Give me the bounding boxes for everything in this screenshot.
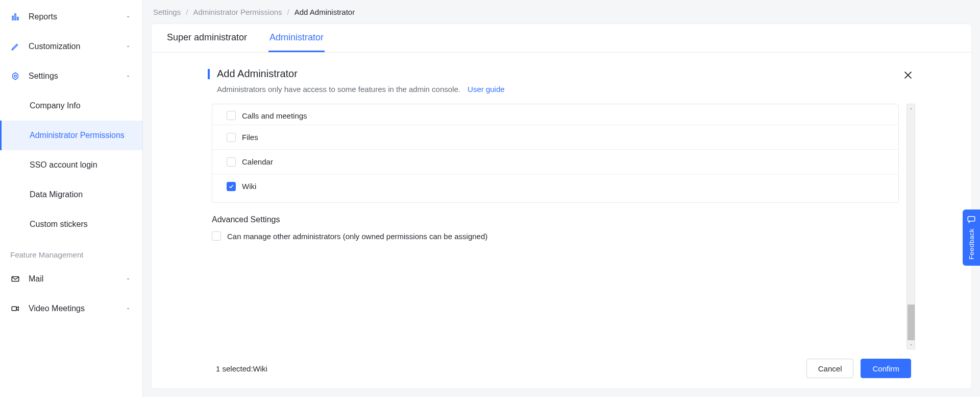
feedback-tab[interactable]: Feedback [963,209,980,266]
scroll-up-arrow[interactable] [907,104,915,113]
sidebar-item-reports[interactable]: Reports [0,2,142,32]
permissions-block: Calls and meetings Files [212,104,899,203]
chevron-down-icon [124,42,132,51]
svg-rect-0 [12,16,13,20]
checkbox[interactable] [227,111,236,120]
tab-super-admin[interactable]: Super administrator [166,24,248,52]
sidebar-label: Video Meetings [29,304,85,313]
scroll-down-arrow[interactable] [907,340,915,349]
svg-point-4 [14,75,17,78]
sidebar-sub-label: Administrator Permissions [30,131,125,140]
breadcrumb: Settings / Administrator Permissions / A… [143,0,980,24]
page-title-text: Add Administrator [217,68,298,80]
breadcrumb-item[interactable]: Settings [153,8,181,16]
video-icon [10,303,20,314]
perm-label: Files [242,133,258,142]
sidebar-item-video-meetings[interactable]: Video Meetings [0,294,142,323]
tab-admin[interactable]: Administrator [268,24,325,52]
sidebar-section-feature: Feature Management [0,239,142,264]
perm-row-wiki[interactable]: Wiki [212,174,898,198]
sidebar-sub-label: Data Migration [30,190,83,199]
subtitle-text: Administrators only have access to some … [217,85,460,94]
gear-icon [10,71,20,81]
sidebar-sub-admin-permissions[interactable]: Administrator Permissions [0,121,142,150]
tabs: Super administrator Administrator [152,24,971,53]
perm-row-calendar[interactable]: Calendar [212,149,898,174]
sidebar-label: Settings [29,72,58,81]
sidebar-sub-company-info[interactable]: Company Info [0,91,142,121]
title-accent-bar [208,69,210,79]
perm-row-calls[interactable]: Calls and meetings [212,104,898,125]
perm-label: Wiki [242,182,256,191]
close-button[interactable] [901,68,915,82]
sidebar-item-customization[interactable]: Customization [0,32,142,61]
close-icon [902,69,914,81]
user-guide-link[interactable]: User guide [468,85,505,94]
svg-rect-1 [15,14,16,20]
sidebar-sub-label: SSO account login [30,160,97,170]
checkbox[interactable] [212,231,221,241]
sidebar-sub-sso[interactable]: SSO account login [0,150,142,180]
sidebar-item-settings[interactable]: Settings [0,61,142,91]
svg-rect-7 [968,217,975,221]
chevron-down-icon [124,13,132,21]
breadcrumb-current: Add Administrator [295,8,355,16]
breadcrumb-item[interactable]: Administrator Permissions [193,8,282,16]
sidebar-label: Reports [29,12,57,21]
feedback-label: Feedback [968,228,975,260]
perm-row-files[interactable]: Files [212,125,898,149]
chevron-down-icon [124,305,132,313]
perm-label: Calendar [242,157,273,166]
scroll-thumb[interactable] [908,305,915,340]
breadcrumb-sep: / [186,8,188,16]
scrollbar[interactable] [906,104,915,349]
sidebar: Reports Customization Settings Com [0,0,143,397]
svg-marker-3 [13,73,18,80]
checkbox[interactable] [227,133,236,142]
sidebar-sub-label: Custom stickers [30,220,88,229]
svg-rect-6 [12,307,16,311]
chevron-down-icon [124,275,132,283]
feedback-icon [967,215,976,225]
breadcrumb-sep: / [287,8,289,16]
perm-label: Calls and meetings [242,111,307,120]
page-subtitle: Administrators only have access to some … [217,85,505,94]
cancel-button[interactable]: Cancel [806,359,854,378]
confirm-button[interactable]: Confirm [861,359,911,378]
checkbox[interactable] [227,157,236,167]
advanced-row-manage-others[interactable]: Can manage other administrators (only ow… [212,231,903,241]
sidebar-label: Mail [29,274,43,284]
svg-rect-2 [17,17,18,20]
pencil-icon [10,41,20,52]
sidebar-sub-data-migration[interactable]: Data Migration [0,180,142,209]
checkbox-checked[interactable] [227,182,236,191]
chart-icon [10,12,20,22]
footer: 1 selected:Wiki Cancel Confirm [208,349,915,388]
mail-icon [10,274,20,284]
sidebar-sub-label: Company Info [30,101,81,110]
chevron-up-icon [124,72,132,80]
selected-summary: 1 selected:Wiki [216,364,267,373]
sidebar-label: Customization [29,42,80,51]
main: Settings / Administrator Permissions / A… [143,0,980,397]
advanced-heading: Advanced Settings [212,215,903,224]
panel: Super administrator Administrator Add Ad… [151,24,972,389]
page-title: Add Administrator [208,68,505,80]
advanced-label: Can manage other administrators (only ow… [227,232,487,241]
content: Add Administrator Administrators only ha… [152,53,971,388]
sidebar-item-mail[interactable]: Mail [0,264,142,294]
sidebar-sub-custom-stickers[interactable]: Custom stickers [0,209,142,239]
